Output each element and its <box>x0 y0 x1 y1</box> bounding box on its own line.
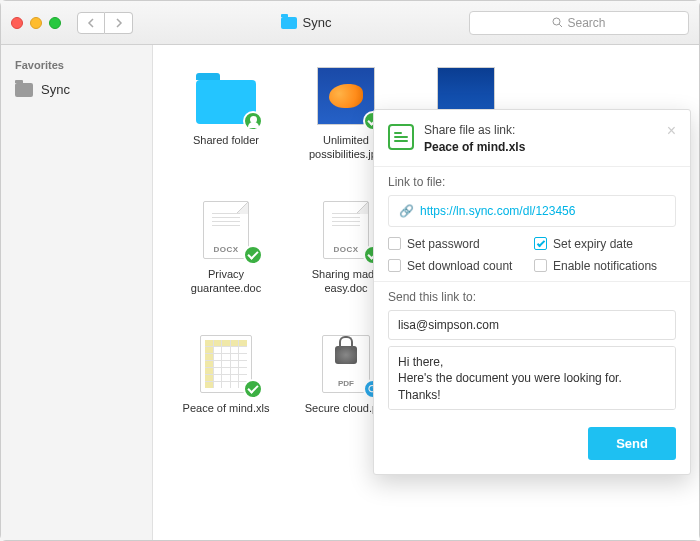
doc-icon: DOCX <box>203 201 249 259</box>
shared-badge-icon <box>243 111 263 131</box>
sidebar-header: Favorites <box>1 59 152 77</box>
doc-icon: DOCX <box>323 201 369 259</box>
link-icon: 🔗 <box>399 204 414 218</box>
maximize-button[interactable] <box>49 17 61 29</box>
traffic-lights <box>11 17 61 29</box>
send-button[interactable]: Send <box>588 427 676 460</box>
message-textarea[interactable] <box>388 346 676 410</box>
forward-button[interactable] <box>105 12 133 34</box>
option-set-password[interactable]: Set password <box>388 237 530 251</box>
option-enable-notifications[interactable]: Enable notifications <box>534 259 676 273</box>
sidebar-item-label: Sync <box>41 82 70 97</box>
share-link-dialog: Share file as link: Peace of mind.xls × … <box>373 109 691 475</box>
folder-icon <box>15 83 33 97</box>
dialog-filename: Peace of mind.xls <box>424 140 525 154</box>
close-button[interactable] <box>11 17 23 29</box>
file-label: Shared folder <box>193 133 259 147</box>
search-field[interactable]: Search <box>469 11 689 35</box>
search-placeholder: Search <box>567 16 605 30</box>
titlebar: Sync Search <box>1 1 699 45</box>
file-label: Peace of mind.xls <box>183 401 270 415</box>
svg-point-0 <box>553 18 560 25</box>
spreadsheet-icon <box>388 124 414 150</box>
link-box: 🔗 https://ln.sync.com/dl/123456 <box>388 195 676 227</box>
checkbox-icon <box>388 259 401 272</box>
close-icon[interactable]: × <box>667 122 676 140</box>
file-label: Privacy guarantee.doc <box>176 267 276 296</box>
search-icon <box>552 17 563 28</box>
checkbox-checked-icon <box>534 237 547 250</box>
link-label: Link to file: <box>388 175 676 189</box>
folder-icon <box>281 17 297 29</box>
option-set-expiry[interactable]: Set expiry date <box>534 237 676 251</box>
file-privacy-guarantee[interactable]: DOCX Privacy guarantee.doc <box>171 199 281 319</box>
file-peace-of-mind[interactable]: Peace of mind.xls <box>171 333 281 453</box>
back-button[interactable] <box>77 12 105 34</box>
sidebar-item-sync[interactable]: Sync <box>1 77 152 102</box>
file-shared-folder[interactable]: Shared folder <box>171 65 281 185</box>
minimize-button[interactable] <box>30 17 42 29</box>
nav-buttons <box>77 12 133 34</box>
svg-line-1 <box>560 24 563 27</box>
synced-badge-icon <box>243 245 263 265</box>
send-label: Send this link to: <box>388 290 676 304</box>
finder-window: Sync Search Favorites Sync Shared folder <box>0 0 700 541</box>
window-title: Sync <box>149 15 463 30</box>
option-set-download-count[interactable]: Set download count <box>388 259 530 273</box>
share-link[interactable]: https://ln.sync.com/dl/123456 <box>420 204 575 218</box>
checkbox-icon <box>534 259 547 272</box>
dialog-title: Share file as link: Peace of mind.xls <box>424 122 657 156</box>
recipient-input[interactable] <box>388 310 676 340</box>
checkbox-icon <box>388 237 401 250</box>
sidebar: Favorites Sync <box>1 45 153 540</box>
synced-badge-icon <box>243 379 263 399</box>
title-text: Sync <box>303 15 332 30</box>
